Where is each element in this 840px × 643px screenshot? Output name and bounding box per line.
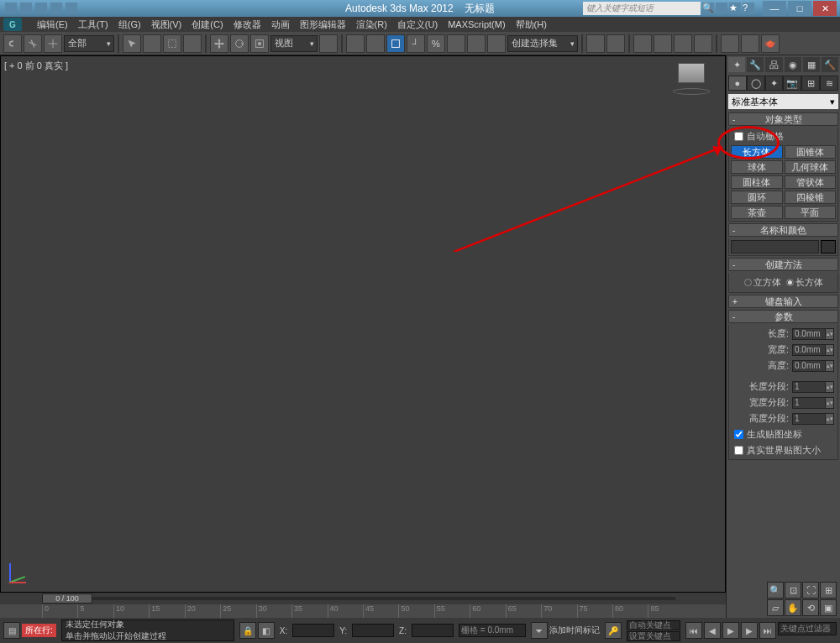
subtab-helpers[interactable]: ⊞ <box>801 76 820 91</box>
auto-grid-checkbox[interactable] <box>734 132 743 141</box>
rollout-parameters[interactable]: -参数 <box>728 310 838 323</box>
window-crossing-icon[interactable] <box>183 34 202 53</box>
setkey-button[interactable]: 设置关键点 <box>627 631 680 641</box>
obj-plane-button[interactable]: 平面 <box>785 206 837 219</box>
keyfilter-button[interactable]: 关键点过滤器 <box>778 622 837 635</box>
maximize-viewport-icon[interactable]: ▣ <box>820 599 837 616</box>
time-tag-icon[interactable]: ⏷ <box>531 622 548 639</box>
keyboard-shortcut-icon[interactable] <box>366 34 385 53</box>
mirror-icon[interactable] <box>487 34 506 53</box>
link-icon[interactable] <box>3 34 22 53</box>
snap-toggle-icon[interactable] <box>386 34 405 53</box>
obj-teapot-button[interactable]: 茶壶 <box>731 206 783 219</box>
spinner-snap-icon[interactable] <box>447 34 465 53</box>
tab-display[interactable]: ▦ <box>803 57 820 72</box>
menu-view[interactable]: 视图(V) <box>151 18 182 31</box>
menu-anim[interactable]: 动画 <box>271 18 290 31</box>
coord-x-input[interactable] <box>292 624 334 637</box>
gen-map-checkbox[interactable] <box>734 430 743 439</box>
hseg-spinner[interactable]: 1▴▾ <box>792 413 834 425</box>
search-icon[interactable]: 🔍 <box>702 3 714 14</box>
layers-icon[interactable] <box>606 34 625 53</box>
selection-filter[interactable]: 全部 <box>64 35 114 52</box>
play-icon[interactable]: ▶ <box>722 622 739 639</box>
menu-group[interactable]: 组(G) <box>118 18 141 31</box>
angle-snap-icon[interactable]: ┘ <box>407 34 425 53</box>
time-ruler[interactable]: 0 5 10 15 20 25 30 35 40 45 50 55 60 65 … <box>0 604 726 618</box>
next-frame-icon[interactable]: ▶ <box>741 622 758 639</box>
qa-icon[interactable] <box>35 3 47 14</box>
goto-start-icon[interactable]: ⏮ <box>685 622 702 639</box>
move-icon[interactable] <box>210 34 228 53</box>
primitive-type-dropdown[interactable]: 标准基本体 <box>728 94 838 109</box>
app-logo-icon[interactable]: G <box>3 18 22 31</box>
select-region-icon[interactable] <box>163 34 181 53</box>
pivot-icon[interactable] <box>319 34 338 53</box>
named-selection[interactable]: 创建选择集 <box>507 35 578 52</box>
obj-geosphere-button[interactable]: 几何球体 <box>785 160 837 174</box>
obj-sphere-button[interactable]: 球体 <box>731 160 783 174</box>
subtab-shapes[interactable]: ◯ <box>747 76 765 91</box>
viewport[interactable]: [ + 0 前 0 真实 ] <box>0 55 726 593</box>
subtab-spacewarps[interactable]: ≋ <box>820 76 838 91</box>
help-icon[interactable]: ? <box>743 3 754 14</box>
rotate-icon[interactable] <box>230 34 249 53</box>
object-color-swatch[interactable] <box>821 240 836 254</box>
tab-motion[interactable]: ◉ <box>785 57 801 72</box>
axis-icon[interactable] <box>467 34 486 53</box>
coord-z-input[interactable] <box>412 624 454 637</box>
radio-cube[interactable]: 立方体 <box>744 276 781 289</box>
rollout-object-type[interactable]: -对象类型 <box>728 112 838 126</box>
zoom-all-icon[interactable]: ⊡ <box>785 582 801 599</box>
length-spinner[interactable]: 0.0mm▴▾ <box>792 328 834 340</box>
align-icon[interactable] <box>586 34 605 53</box>
time-slider[interactable]: 0 / 100 <box>0 593 726 604</box>
obj-cylinder-button[interactable]: 圆柱体 <box>731 175 783 189</box>
curve-editor-icon[interactable] <box>633 34 652 53</box>
wseg-spinner[interactable]: 1▴▾ <box>792 397 834 409</box>
coord-y-input[interactable] <box>352 624 394 637</box>
material-editor-icon[interactable] <box>694 34 712 53</box>
zoom-icon[interactable]: 🔍 <box>767 582 784 599</box>
star-icon[interactable]: ★ <box>729 3 741 14</box>
key-icon[interactable]: 🔑 <box>605 622 622 639</box>
maximize-button[interactable]: □ <box>788 1 811 16</box>
subtab-cameras[interactable]: 📷 <box>783 76 801 91</box>
add-time-tag[interactable]: 添加时间标记 <box>549 625 600 636</box>
tab-hierarchy[interactable]: 品 <box>765 57 782 72</box>
tab-create[interactable]: ✦ <box>728 57 745 72</box>
qa-icon[interactable] <box>66 3 77 14</box>
scale-icon[interactable] <box>250 34 269 53</box>
width-spinner[interactable]: 0.0mm▴▾ <box>792 344 834 356</box>
autokey-button[interactable]: 自动关键点 <box>627 620 680 630</box>
isolate-icon[interactable]: ◧ <box>258 622 275 639</box>
object-name-input[interactable] <box>731 240 819 254</box>
tab-utilities[interactable]: 🔨 <box>822 57 838 72</box>
close-button[interactable]: ✕ <box>813 1 837 16</box>
orbit-icon[interactable]: ⟲ <box>802 599 819 616</box>
menu-modifiers[interactable]: 修改器 <box>234 18 261 31</box>
tab-modify[interactable]: 🔧 <box>747 57 764 72</box>
manipulate-icon[interactable] <box>346 34 365 53</box>
quick-render-icon[interactable]: 🫖 <box>761 34 780 53</box>
menu-create[interactable]: 创建(C) <box>192 18 223 31</box>
menu-grapheditor[interactable]: 图形编辑器 <box>300 18 346 31</box>
lseg-spinner[interactable]: 1▴▾ <box>792 381 834 393</box>
render-setup-icon[interactable] <box>721 34 739 53</box>
rollout-create-method[interactable]: -创建方法 <box>728 258 838 271</box>
dope-sheet-icon[interactable] <box>654 34 672 53</box>
viewcube[interactable] <box>675 63 708 97</box>
obj-tube-button[interactable]: 管状体 <box>785 175 837 189</box>
menu-edit[interactable]: 编辑(E) <box>37 18 68 31</box>
percent-snap-icon[interactable]: % <box>427 34 445 53</box>
pan-icon[interactable]: ✋ <box>785 599 801 616</box>
obj-box-button[interactable]: 长方体 <box>731 145 783 159</box>
height-spinner[interactable]: 0.0mm▴▾ <box>792 360 834 372</box>
subtab-geometry[interactable]: ● <box>728 76 747 91</box>
prev-frame-icon[interactable]: ◀ <box>704 622 721 639</box>
info-icon[interactable] <box>716 3 727 14</box>
real-world-checkbox[interactable] <box>734 446 743 455</box>
rollout-name-color[interactable]: -名称和颜色 <box>728 223 838 237</box>
rollout-keyboard-entry[interactable]: +键盘输入 <box>728 295 838 308</box>
select-icon[interactable] <box>123 34 141 53</box>
